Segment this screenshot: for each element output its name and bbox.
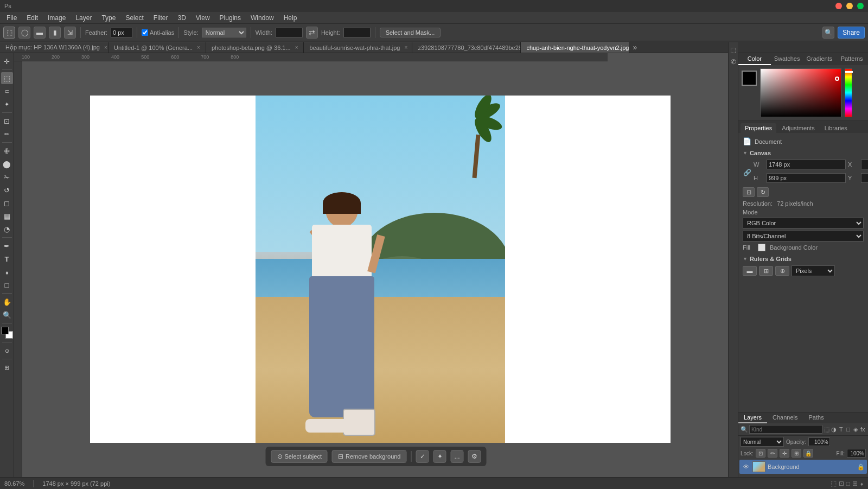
toolbar-search[interactable]: 🔍	[822, 27, 834, 39]
layer-background[interactable]: 👁 Background 🔒	[739, 460, 867, 474]
color-tab-patterns[interactable]: Patterns	[835, 53, 868, 65]
minimize-btn[interactable]	[846, 3, 853, 9]
layers-tab-layers[interactable]: Layers	[738, 412, 767, 423]
height-input[interactable]	[343, 28, 371, 37]
ruler-units-select[interactable]: Pixels Inches Centimeters	[792, 265, 835, 276]
status-icon-3[interactable]: □	[846, 480, 850, 487]
menu-view[interactable]: View	[192, 13, 214, 23]
menu-help[interactable]: Help	[279, 13, 302, 23]
style-select[interactable]: Normal Fixed Ratio Fixed Size	[202, 28, 246, 37]
menu-layer[interactable]: Layer	[71, 13, 96, 23]
antialiased-checkbox[interactable]	[142, 29, 148, 36]
tab-4-close[interactable]: ×	[404, 45, 407, 50]
color-tab-color[interactable]: Color	[738, 53, 771, 65]
grid-icon[interactable]: ⊞	[759, 266, 773, 276]
tool-zoom[interactable]: 🔍	[1, 309, 13, 321]
float-magic-btn[interactable]: ✦	[433, 450, 446, 463]
tool-dodge[interactable]: ◔	[1, 223, 13, 235]
tab-3[interactable]: photoshop-beta.png @ 36.1... ×	[206, 42, 304, 53]
float-more-btn[interactable]: ...	[451, 450, 464, 463]
toolbar-expand[interactable]: ⇲	[64, 27, 76, 39]
tool-eyedropper[interactable]: ✏	[1, 128, 13, 140]
menu-select[interactable]: Select	[121, 13, 148, 23]
layers-fx[interactable]: fx	[860, 424, 866, 434]
tool-path-selection[interactable]: ⬧	[1, 266, 13, 278]
layers-tab-channels[interactable]: Channels	[767, 412, 803, 423]
toolbar-share[interactable]: Share	[838, 27, 865, 39]
opacity-input[interactable]	[808, 437, 830, 446]
tool-screen-mode[interactable]: ⊞	[1, 361, 13, 373]
tool-crop[interactable]: ⊡	[1, 115, 13, 127]
menu-plugins[interactable]: Plugins	[215, 13, 245, 23]
swap-dimensions-btn[interactable]: ⇄	[306, 27, 318, 39]
ruler-icon[interactable]: ▬	[743, 266, 757, 276]
rulers-header[interactable]: ▼ Rulers & Grids	[743, 256, 864, 262]
status-icon-2[interactable]: ⊡	[839, 480, 844, 487]
canvas-width-input[interactable]	[767, 160, 846, 169]
tab-3-close[interactable]: ×	[295, 45, 298, 50]
toolbar-rect-marquee[interactable]: ⬚	[3, 27, 15, 39]
status-icon-5[interactable]: ⬧	[860, 480, 864, 487]
feather-input[interactable]	[111, 28, 132, 37]
tool-healing[interactable]: ✙	[1, 145, 13, 157]
tab-5[interactable]: z3928108777780_73c80df474489be28bf638033…	[412, 42, 521, 53]
tool-brush[interactable]: ⬤	[1, 158, 13, 170]
color-tab-gradients[interactable]: Gradients	[803, 53, 836, 65]
foreground-background[interactable]	[1, 327, 13, 339]
menu-file[interactable]: File	[2, 13, 21, 23]
menu-edit[interactable]: Edit	[22, 13, 42, 23]
menu-type[interactable]: Type	[97, 13, 120, 23]
tool-gradient[interactable]: ▦	[1, 210, 13, 222]
tool-type[interactable]: T	[1, 253, 13, 265]
lock-position-btn[interactable]: ✛	[780, 449, 789, 458]
tool-pen[interactable]: ✒	[1, 240, 13, 252]
tool-shape[interactable]: □	[1, 279, 13, 291]
layers-filter-icon[interactable]: 🔍	[741, 424, 748, 434]
tool-marquee[interactable]: ⬚	[1, 72, 13, 84]
width-input[interactable]	[276, 28, 303, 37]
props-tab-libraries[interactable]: Libraries	[820, 123, 852, 133]
layers-kind-input[interactable]	[749, 425, 822, 434]
close-btn[interactable]	[835, 3, 842, 9]
fill-swatch[interactable]	[758, 244, 765, 251]
panel-icon-1[interactable]: ⬚	[729, 46, 738, 54]
dimensions-lock[interactable]: 🔗	[743, 168, 751, 177]
layers-icon-smart[interactable]: ◈	[852, 424, 858, 434]
y-input[interactable]	[861, 173, 868, 183]
panel-icon-2[interactable]: ✆	[729, 58, 738, 66]
layers-blend-mode[interactable]: Normal Multiply Screen	[741, 437, 784, 447]
lock-image-btn[interactable]: ✏	[768, 449, 777, 458]
tab-2-close[interactable]: ×	[197, 45, 200, 50]
layers-icon-type[interactable]: T	[838, 424, 844, 434]
fill-layers-input[interactable]	[847, 449, 866, 458]
color-gradient-picker[interactable]	[760, 68, 841, 117]
tab-2[interactable]: Untitled-1 @ 100% (Genera... ×	[108, 42, 206, 53]
maximize-btn[interactable]	[857, 3, 864, 9]
menu-3d[interactable]: 3D	[173, 13, 190, 23]
menu-image[interactable]: Image	[43, 13, 70, 23]
toolbar-ellipse-marquee[interactable]: ◯	[18, 27, 30, 39]
tool-clone[interactable]: ✁	[1, 171, 13, 183]
tool-quick-mask[interactable]: ⊙	[1, 345, 13, 357]
tab-1-close[interactable]: ×	[104, 45, 107, 50]
x-input[interactable]	[861, 160, 868, 169]
tool-magic-wand[interactable]: ✦	[1, 98, 13, 110]
color-tab-swatches[interactable]: Swatches	[771, 53, 803, 65]
tool-hand[interactable]: ✋	[1, 296, 13, 308]
lock-all-btn[interactable]: 🔒	[803, 449, 813, 458]
props-tab-properties[interactable]: Properties	[741, 123, 776, 133]
hue-slider[interactable]	[845, 68, 852, 117]
layer-visibility-btn[interactable]: 👁	[742, 462, 750, 471]
layers-icon-pixel[interactable]: ⬚	[824, 424, 829, 434]
float-settings-btn[interactable]: ⚙	[468, 450, 481, 463]
select-subject-button[interactable]: ⊙ Select subject	[271, 450, 328, 463]
smart-guides-icon[interactable]: ⊕	[775, 266, 789, 276]
foreground-color[interactable]	[1, 327, 9, 334]
lock-artboard-btn[interactable]: ⊞	[792, 449, 801, 458]
bit-depth-select[interactable]: 8 Bits/Channel 16 Bits/Channel 32 Bits/C…	[743, 231, 864, 242]
status-icon-4[interactable]: ⊞	[852, 480, 858, 487]
layers-icon-adj[interactable]: ◑	[831, 424, 837, 434]
props-tab-adjustments[interactable]: Adjustments	[777, 123, 819, 133]
float-check-btn[interactable]: ✓	[416, 450, 429, 463]
toolbar-row-marquee[interactable]: ▬	[34, 27, 46, 39]
